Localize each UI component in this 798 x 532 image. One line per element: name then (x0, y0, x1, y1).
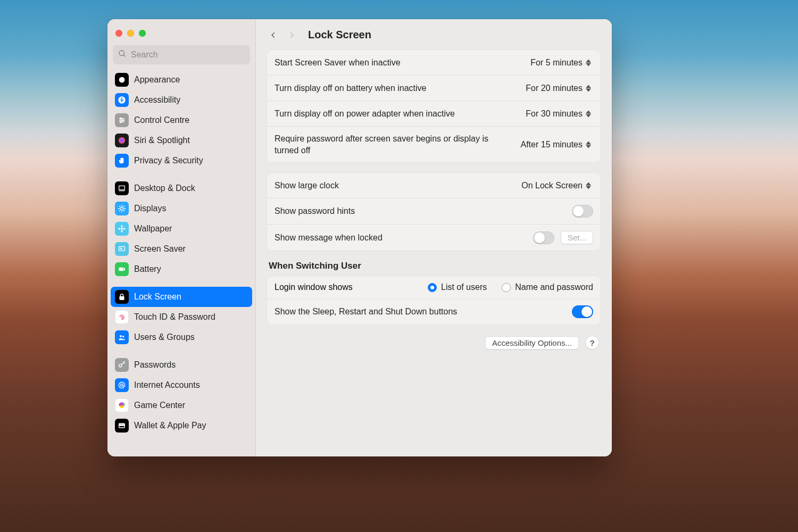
svg-point-43 (120, 402, 124, 406)
sidebar-item-appearance[interactable]: Appearance (111, 70, 252, 90)
sidebar-item-label: Accessibility (134, 93, 180, 107)
svg-point-14 (120, 207, 123, 210)
svg-point-35 (122, 336, 124, 337)
svg-rect-32 (120, 269, 122, 270)
sidebar-item-lock-screen[interactable]: Lock Screen (111, 287, 252, 307)
sidebar-item-label: Wallpaper (134, 221, 172, 236)
sidebar-item-desktop-dock[interactable]: Desktop & Dock (111, 178, 252, 198)
svg-point-11 (119, 137, 125, 144)
svg-point-0 (119, 51, 124, 55)
sliders-icon (115, 113, 129, 127)
battery-icon (115, 262, 129, 276)
sun-icon (115, 202, 129, 215)
svg-marker-47 (586, 63, 591, 66)
screen-saver-popup[interactable]: For 5 minutes (530, 58, 593, 68)
show-message-toggle[interactable] (533, 231, 554, 244)
back-button[interactable] (269, 30, 278, 40)
display-off-battery-popup[interactable]: For 20 minutes (526, 84, 593, 93)
appearance-icon (115, 73, 129, 87)
zoom-window-button[interactable] (139, 30, 146, 37)
svg-rect-12 (119, 186, 125, 189)
svg-point-27 (123, 228, 126, 230)
stepper-icon (586, 140, 593, 149)
require-password-label: Require password after screen saver begi… (275, 133, 511, 156)
timing-settings-group: Start Screen Saver when inactive For 5 m… (267, 49, 601, 163)
forward-button (287, 30, 296, 40)
login-window-radio-list[interactable]: List of users (428, 282, 487, 292)
svg-marker-53 (586, 145, 591, 148)
svg-point-8 (120, 118, 122, 119)
svg-point-9 (122, 120, 124, 121)
password-hints-label: Show password hints (275, 205, 562, 217)
display-off-power-label: Turn display off on power adapter when i… (275, 108, 516, 120)
sidebar-item-control-centre[interactable]: Control Centre (111, 110, 252, 130)
hand-icon (115, 154, 129, 168)
search-icon (118, 49, 131, 60)
stepper-icon (586, 84, 593, 93)
login-window-label: Login window shows (275, 282, 353, 292)
svg-point-25 (121, 230, 123, 232)
large-clock-popup[interactable]: On Lock Screen (521, 181, 593, 190)
sidebar-item-users-groups[interactable]: Users & Groups (111, 327, 252, 347)
sidebar-item-battery[interactable]: Battery (111, 259, 252, 279)
svg-marker-50 (586, 110, 591, 113)
close-window-button[interactable] (115, 30, 122, 37)
sidebar-item-label: Displays (134, 201, 166, 216)
stepper-icon (586, 58, 593, 68)
sidebar-item-siri-spotlight[interactable]: Siri & Spotlight (111, 130, 252, 151)
sidebar-item-internet-accounts[interactable]: Internet Accounts (111, 375, 252, 395)
svg-point-4 (121, 97, 123, 99)
help-button[interactable]: ? (585, 336, 599, 350)
svg-point-34 (120, 335, 122, 337)
sidebar-item-label: Desktop & Dock (134, 181, 195, 196)
svg-marker-48 (586, 85, 591, 88)
svg-marker-46 (586, 59, 591, 62)
titlebar: Lock Screen (256, 19, 612, 47)
sidebar-item-label: Appearance (134, 72, 180, 87)
sidebar-item-wallpaper[interactable]: Wallpaper (111, 219, 252, 239)
svg-marker-51 (586, 114, 591, 117)
sidebar-item-game-center[interactable]: Game Center (111, 395, 252, 415)
sidebar-item-label: Passwords (134, 358, 176, 372)
svg-point-10 (120, 121, 122, 123)
screen-saver-label: Start Screen Saver when inactive (275, 57, 521, 69)
svg-line-22 (123, 206, 124, 206)
sleep-buttons-toggle[interactable] (572, 305, 593, 318)
svg-line-19 (119, 206, 120, 206)
display-off-power-popup[interactable]: For 30 minutes (526, 109, 593, 119)
sidebar-item-screen-saver[interactable]: Screen Saver (111, 239, 252, 259)
svg-rect-45 (119, 425, 125, 426)
set-message-button[interactable]: Set... (561, 231, 593, 244)
password-hints-toggle[interactable] (572, 205, 593, 218)
sidebar-item-label: Control Centre (134, 113, 189, 128)
accessibility-options-button[interactable]: Accessibility Options... (485, 336, 579, 350)
svg-point-39 (121, 384, 123, 387)
search-input[interactable] (131, 50, 245, 60)
svg-line-21 (119, 210, 120, 211)
minimize-window-button[interactable] (127, 30, 134, 37)
gamecenter-icon (115, 398, 129, 412)
sidebar-item-touch-id[interactable]: Touch ID & Password (111, 307, 252, 327)
at-icon (115, 378, 129, 392)
fingerprint-icon (115, 310, 129, 324)
sidebar-item-label: Game Center (134, 398, 185, 413)
stepper-icon (586, 181, 593, 190)
large-clock-label: Show large clock (275, 180, 512, 192)
sidebar-item-privacy-security[interactable]: Privacy & Security (111, 151, 252, 171)
login-window-radio-namepw[interactable]: Name and password (502, 282, 593, 292)
sidebar-item-label: Privacy & Security (134, 153, 203, 168)
siri-icon (115, 134, 129, 147)
sidebar-item-passwords[interactable]: Passwords (111, 355, 252, 375)
svg-line-38 (123, 362, 124, 363)
main-content: Lock Screen Start Screen Saver when inac… (256, 19, 612, 456)
wallet-icon (115, 419, 129, 433)
search-field[interactable] (113, 45, 250, 64)
svg-marker-55 (586, 186, 591, 189)
desktop-icon (115, 181, 129, 195)
sidebar-item-displays[interactable]: Displays (111, 198, 252, 219)
sidebar-item-accessibility[interactable]: Accessibility (111, 90, 252, 110)
screensaver-icon (115, 242, 129, 256)
sidebar-item-wallet-apple-pay[interactable]: Wallet & Apple Pay (111, 415, 252, 436)
require-password-popup[interactable]: After 15 minutes (521, 140, 594, 149)
svg-point-29 (120, 248, 122, 250)
